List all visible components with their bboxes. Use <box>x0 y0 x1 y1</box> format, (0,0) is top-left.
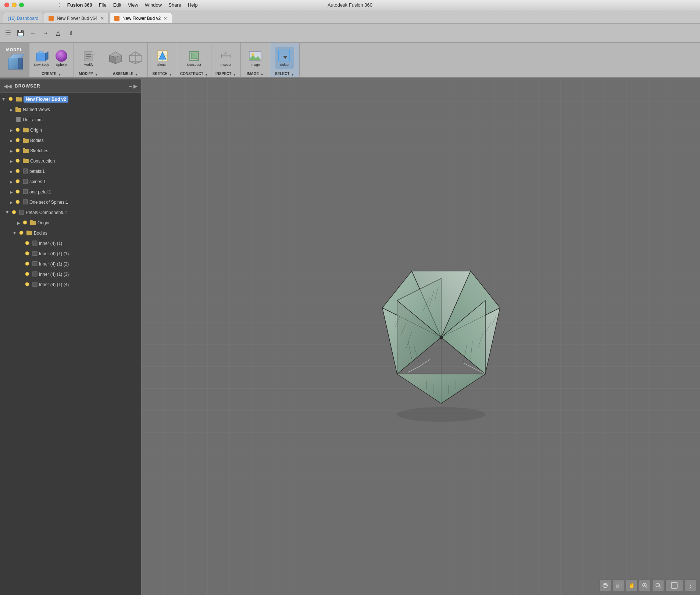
svg-rect-40 <box>16 117 21 122</box>
origin-label: Origin <box>30 128 141 133</box>
svg-rect-49 <box>23 148 25 150</box>
tree-inner413[interactable]: Inner (4) (1) (3) <box>0 269 141 279</box>
svg-marker-14 <box>115 56 121 64</box>
zoom-in-btn[interactable] <box>639 580 651 591</box>
svg-point-53 <box>16 169 19 173</box>
image-btn[interactable]: Image <box>246 47 264 69</box>
window-controls[interactable] <box>4 3 24 7</box>
tree-bodies2[interactable]: ▶ Bodies <box>0 228 141 238</box>
svg-point-73 <box>25 262 29 266</box>
menu-view[interactable]: View <box>128 2 138 8</box>
tree-inner414[interactable]: Inner (4) (1) (4) <box>0 279 141 290</box>
tab-v64-close[interactable]: ✕ <box>100 16 104 21</box>
svg-point-59 <box>16 200 19 204</box>
maximize-button[interactable] <box>19 3 24 7</box>
construct-btn[interactable]: Construct <box>185 47 203 69</box>
onesetspines1-bulb-icon <box>15 200 20 205</box>
origin2-folder-icon <box>30 220 36 226</box>
tree-inner41[interactable]: Inner (4) (1) <box>0 238 141 249</box>
tree-named-views[interactable]: ▶ Named Views <box>0 104 141 115</box>
modify-label: Modify <box>83 63 93 67</box>
create-sphere-btn[interactable]: Sphere <box>52 47 71 69</box>
zoom-out-btn[interactable] <box>652 580 664 591</box>
minimize-button[interactable] <box>12 3 17 7</box>
svg-point-57 <box>16 190 19 193</box>
spines1-label: spines:1 <box>29 179 141 184</box>
tree-sketches[interactable]: ▶ Sketches <box>0 146 141 156</box>
inspect-section-label: INSPECT <box>215 72 231 76</box>
tab-v2-close[interactable]: ✕ <box>164 16 167 21</box>
origin2-label: Origin <box>38 220 141 225</box>
svg-rect-102 <box>671 582 677 588</box>
tree-inner412[interactable]: Inner (4) (1) (2) <box>0 259 141 269</box>
pan-btn[interactable]: ✋ <box>626 580 638 591</box>
tree-petalscomp5[interactable]: ▶ Petals Component5:1 <box>0 207 141 218</box>
orbit-btn[interactable] <box>599 580 611 591</box>
svg-rect-60 <box>23 200 28 204</box>
tab-dashboard[interactable]: (16) Dashboard <box>3 13 43 23</box>
tree-origin2[interactable]: ▶ Origin <box>0 218 141 228</box>
menu-share[interactable]: Share <box>168 2 181 8</box>
menu-edit[interactable]: Edit <box>113 2 121 8</box>
inner411-label: Inner (4) (1) (1) <box>39 251 141 256</box>
browser-collapse-btn[interactable]: ◀◀ <box>4 83 12 89</box>
close-button[interactable] <box>4 3 9 7</box>
browser-title: BROWSER <box>15 83 40 89</box>
inner413-bulb-icon <box>25 272 29 277</box>
tree-onepetal1[interactable]: ▶ one petal:1 <box>0 187 141 197</box>
tree-origin[interactable]: ▶ Origin <box>0 125 141 135</box>
create-new-body-btn[interactable]: New Body <box>32 47 51 69</box>
spines1-box-icon <box>23 179 28 185</box>
more-options-btn[interactable]: ⋮ <box>685 580 696 591</box>
share-btn[interactable]: ⇧ <box>65 28 76 38</box>
svg-rect-54 <box>23 169 28 173</box>
ribbon-section-create: New Body Sphere CRE <box>29 43 74 77</box>
tree-units[interactable]: ▶ Units: mm <box>0 115 141 125</box>
tree-bodies[interactable]: ▶ Bodies <box>0 135 141 146</box>
modify-btn[interactable]: Modify <box>79 47 98 69</box>
svg-line-96 <box>646 587 647 588</box>
view-cube-btn[interactable] <box>612 580 624 591</box>
tab-v64[interactable]: New Flower Bud v64 ✕ <box>44 13 109 23</box>
svg-rect-6 <box>84 51 92 61</box>
undo-btn[interactable]: ← <box>28 28 38 38</box>
tree-spines1[interactable]: ▶ spines:1 <box>0 177 141 187</box>
assemble-btn1[interactable] <box>106 47 125 69</box>
inner411-box-icon <box>32 251 38 257</box>
apple-menu[interactable]:  <box>59 2 61 8</box>
onepetal1-label: one petal:1 <box>29 189 141 195</box>
redo-btn[interactable]: → <box>40 28 51 38</box>
construction-bulb-icon <box>15 158 20 164</box>
sketch-icon <box>155 49 170 63</box>
display-settings-btn[interactable]: △ <box>53 28 63 38</box>
menu-file[interactable]: File <box>99 2 107 8</box>
model-section[interactable]: MODEL <box>0 43 29 77</box>
sketch-btn[interactable]: Sketch <box>153 47 172 69</box>
construct-label: Construct <box>187 63 201 67</box>
assemble-btn2[interactable] <box>126 47 144 69</box>
browser-options-btn[interactable]: – ▶ <box>129 83 138 89</box>
menu-help[interactable]: Help <box>188 2 198 8</box>
tree-construction[interactable]: ▶ Construction <box>0 156 141 166</box>
inspect-btn[interactable]: Inspect <box>217 47 235 69</box>
inner414-bulb-icon <box>25 282 29 288</box>
hamburger-menu-btn[interactable]: ☰ <box>3 28 13 38</box>
tab-v64-icon <box>49 16 54 21</box>
onesetspines1-arrow: ▶ <box>9 200 14 205</box>
tree-petals1[interactable]: ▶ petals:1 <box>0 166 141 177</box>
tree-inner411[interactable]: Inner (4) (1) (1) <box>0 249 141 259</box>
inner41-label: Inner (4) (1) <box>39 241 141 246</box>
construction-arrow: ▶ <box>9 158 14 164</box>
tree-onesetspines1[interactable]: ▶ One set of Spines:1 <box>0 197 141 207</box>
tree-root[interactable]: ▶ New Flower Bud v2 <box>0 94 141 104</box>
svg-point-63 <box>23 221 27 224</box>
save-btn[interactable]: 💾 <box>15 28 26 38</box>
onepetal1-box-icon <box>23 189 28 195</box>
display-mode-btn[interactable] <box>665 580 683 591</box>
sketches-folder-icon <box>23 148 29 154</box>
select-btn[interactable]: Select <box>275 47 294 69</box>
viewport-3d[interactable]: ✋ ⋮ <box>141 79 700 595</box>
menu-window[interactable]: Window <box>145 2 162 8</box>
assemble-icon2 <box>128 50 143 65</box>
tab-v2[interactable]: New Flower Bud v2 ✕ <box>110 13 172 23</box>
